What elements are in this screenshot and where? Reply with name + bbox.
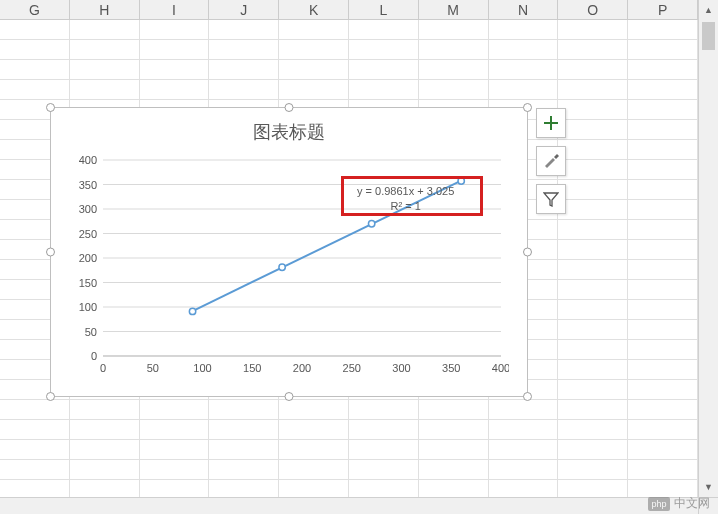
scroll-down-button[interactable]: ▼	[699, 477, 718, 497]
grid-cell[interactable]	[209, 460, 279, 479]
grid-cell[interactable]	[628, 320, 698, 339]
grid-cell[interactable]	[628, 180, 698, 199]
grid-cell[interactable]	[628, 260, 698, 279]
grid-cell[interactable]	[140, 60, 210, 79]
resize-handle-w[interactable]	[46, 248, 55, 257]
grid-cell[interactable]	[489, 20, 559, 39]
grid-cell[interactable]	[0, 420, 70, 439]
resize-handle-n[interactable]	[285, 103, 294, 112]
grid-cell[interactable]	[70, 20, 140, 39]
grid-cell[interactable]	[628, 440, 698, 459]
grid-cell[interactable]	[628, 40, 698, 59]
chart-elements-button[interactable]	[536, 108, 566, 138]
grid-cell[interactable]	[419, 460, 489, 479]
grid-cell[interactable]	[209, 80, 279, 99]
column-header[interactable]: G	[0, 0, 70, 19]
grid-cell[interactable]	[558, 140, 628, 159]
grid-cell[interactable]	[558, 80, 628, 99]
grid-cell[interactable]	[558, 260, 628, 279]
grid-cell[interactable]	[70, 400, 140, 419]
grid-cell[interactable]	[628, 200, 698, 219]
grid-cell[interactable]	[279, 440, 349, 459]
grid-cell[interactable]	[0, 60, 70, 79]
grid-cell[interactable]	[70, 80, 140, 99]
grid-cell[interactable]	[489, 60, 559, 79]
grid-cell[interactable]	[628, 80, 698, 99]
grid-cell[interactable]	[279, 80, 349, 99]
grid-cell[interactable]	[558, 360, 628, 379]
grid-cell[interactable]	[0, 440, 70, 459]
grid-cell[interactable]	[489, 440, 559, 459]
scroll-track[interactable]	[699, 20, 718, 477]
grid-cell[interactable]	[628, 240, 698, 259]
scroll-up-button[interactable]: ▲	[699, 0, 718, 20]
horizontal-scrollbar[interactable]	[0, 497, 698, 514]
grid-cell[interactable]	[419, 60, 489, 79]
grid-cell[interactable]	[558, 380, 628, 399]
grid-cell[interactable]	[558, 300, 628, 319]
grid-cell[interactable]	[0, 400, 70, 419]
grid-cell[interactable]	[279, 420, 349, 439]
grid-cell[interactable]	[0, 80, 70, 99]
grid-cell[interactable]	[419, 420, 489, 439]
grid-cell[interactable]	[349, 460, 419, 479]
chart-title[interactable]: 图表标题	[59, 116, 519, 150]
grid-cell[interactable]	[489, 40, 559, 59]
grid-cell[interactable]	[558, 440, 628, 459]
grid-cell[interactable]	[209, 60, 279, 79]
grid-cell[interactable]	[628, 140, 698, 159]
grid-cell[interactable]	[489, 400, 559, 419]
resize-handle-ne[interactable]	[523, 103, 532, 112]
grid-cell[interactable]	[558, 420, 628, 439]
grid-cell[interactable]	[558, 240, 628, 259]
column-header[interactable]: L	[349, 0, 419, 19]
column-header[interactable]: P	[628, 0, 698, 19]
grid-cell[interactable]	[628, 20, 698, 39]
grid-cell[interactable]	[279, 40, 349, 59]
column-header[interactable]: N	[489, 0, 559, 19]
chart-filters-button[interactable]	[536, 184, 566, 214]
column-header[interactable]: M	[419, 0, 489, 19]
grid-cell[interactable]	[0, 20, 70, 39]
grid-cell[interactable]	[628, 100, 698, 119]
grid-cell[interactable]	[628, 120, 698, 139]
grid-cell[interactable]	[558, 200, 628, 219]
grid-cell[interactable]	[628, 460, 698, 479]
vertical-scrollbar[interactable]: ▲ ▼	[698, 0, 718, 497]
grid-cell[interactable]	[70, 420, 140, 439]
grid-cell[interactable]	[209, 20, 279, 39]
grid-cell[interactable]	[558, 180, 628, 199]
grid-cell[interactable]	[140, 420, 210, 439]
grid-cell[interactable]	[140, 440, 210, 459]
grid-cell[interactable]	[558, 60, 628, 79]
grid-cell[interactable]	[628, 380, 698, 399]
resize-handle-sw[interactable]	[46, 392, 55, 401]
grid-cell[interactable]	[209, 420, 279, 439]
grid-cell[interactable]	[140, 400, 210, 419]
grid-cell[interactable]	[558, 20, 628, 39]
resize-handle-se[interactable]	[523, 392, 532, 401]
grid-cell[interactable]	[628, 60, 698, 79]
grid-cell[interactable]	[349, 80, 419, 99]
grid-cell[interactable]	[279, 20, 349, 39]
column-header[interactable]: O	[558, 0, 628, 19]
grid-cell[interactable]	[349, 420, 419, 439]
grid-cell[interactable]	[628, 160, 698, 179]
grid-cell[interactable]	[419, 20, 489, 39]
grid-cell[interactable]	[140, 460, 210, 479]
grid-cell[interactable]	[628, 220, 698, 239]
grid-cell[interactable]	[0, 460, 70, 479]
grid-cell[interactable]	[558, 100, 628, 119]
column-header[interactable]: H	[70, 0, 140, 19]
grid-cell[interactable]	[419, 440, 489, 459]
grid-cell[interactable]	[489, 80, 559, 99]
grid-cell[interactable]	[558, 160, 628, 179]
grid-cell[interactable]	[628, 280, 698, 299]
grid-cell[interactable]	[628, 400, 698, 419]
trendline-equation-label[interactable]: y = 0.9861x + 3.025 R² = 1	[349, 180, 462, 218]
grid-cell[interactable]	[279, 400, 349, 419]
grid-cell[interactable]	[558, 40, 628, 59]
grid-cell[interactable]	[489, 420, 559, 439]
grid-cell[interactable]	[558, 280, 628, 299]
grid-cell[interactable]	[558, 460, 628, 479]
